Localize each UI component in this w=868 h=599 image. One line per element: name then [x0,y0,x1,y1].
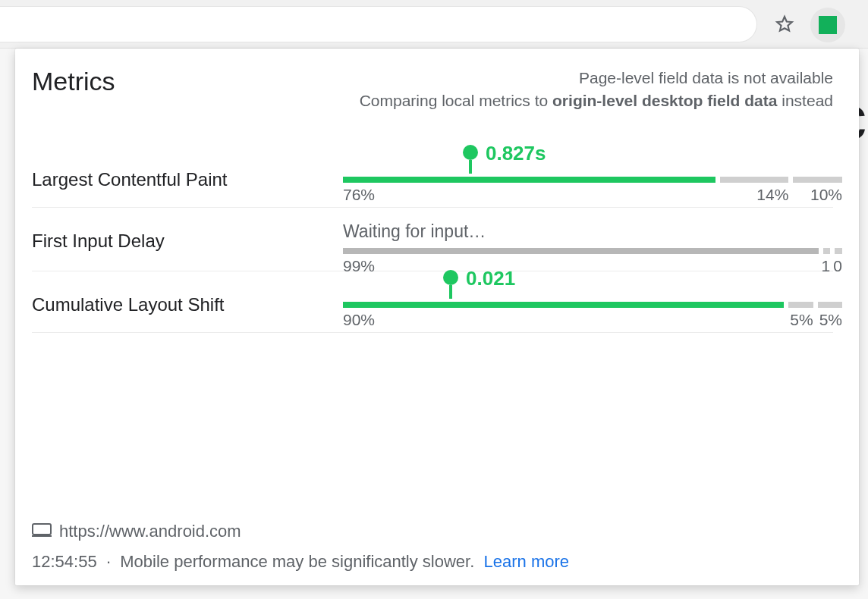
timestamp: 12:54:55 [32,552,97,571]
web-vitals-popup: Metrics Page-level field data is not ava… [15,49,859,585]
web-vitals-extension-icon[interactable] [810,8,845,42]
field-data-note-line2-post: instead [777,92,833,109]
pct-poor: 10% [810,186,842,204]
svg-rect-0 [33,524,51,535]
metric-name: First Input Delay [32,217,343,252]
distribution-bar: 99% 1 0 [343,248,833,254]
metric-row-cls: Cumulative Layout Shift 0.021 90% 5% 5% [32,271,833,333]
learn-more-link[interactable]: Learn more [484,552,570,571]
metric-row-fid: First Input Delay Waiting for input… 99%… [32,208,833,271]
browser-toolbar [0,0,868,49]
segment-good: 90% [343,302,784,308]
segment-needs-improvement: 5% [788,302,813,308]
pct-ni: 1 [822,257,831,275]
field-data-note-line2-bold: origin-level desktop field data [552,92,777,109]
distribution-bar: 76% 14% 10% [343,177,833,183]
metric-name: Cumulative Layout Shift [32,281,343,315]
local-value-marker: 0.827s [463,145,478,174]
pct-good: 90% [343,311,375,329]
segment-good: 76% [343,177,715,183]
address-bar[interactable] [0,6,757,42]
local-value-marker: 0.021 [443,270,458,299]
metric-body: Waiting for input… 99% 1 0 [343,217,833,254]
popup-footer: https://www.android.com 12:54:55 · Mobil… [32,522,833,572]
pct-ni: 5% [790,311,813,329]
field-data-note-line2-pre: Comparing local metrics to [360,92,552,109]
pct-good: 99% [343,257,375,275]
source-url: https://www.android.com [59,522,241,541]
pct-ni: 14% [756,186,788,204]
perf-warning: Mobile performance may be significantly … [120,552,474,571]
footer-note: 12:54:55 · Mobile performance may be sig… [32,552,833,572]
segment-needs-improvement: 14% [720,177,788,183]
field-data-note-line1: Page-level field data is not available [579,69,833,86]
pct-poor: 0 [833,257,842,275]
pct-good: 76% [343,186,375,204]
segment-needs-improvement: 1 [823,248,831,254]
segment-poor: 0 [835,248,842,254]
metric-row-lcp: Largest Contentful Paint 0.827s 76% 14% … [32,146,833,208]
segment-good: 99% [343,248,819,254]
source-row: https://www.android.com [32,522,833,541]
local-value: 0.827s [486,142,546,165]
metric-body: 0.021 90% 5% 5% [343,281,833,308]
distribution-bar: 90% 5% 5% [343,302,833,308]
waiting-text: Waiting for input… [343,221,833,242]
pct-poor: 5% [819,311,842,329]
segment-poor: 5% [818,302,842,308]
field-data-note: Page-level field data is not available C… [360,67,833,113]
desktop-icon [32,522,52,541]
metric-body: 0.827s 76% 14% 10% [343,155,833,183]
segment-poor: 10% [793,177,842,183]
popup-title: Metrics [32,67,115,96]
bookmark-star-icon[interactable] [771,11,798,38]
metric-name: Largest Contentful Paint [32,155,343,190]
